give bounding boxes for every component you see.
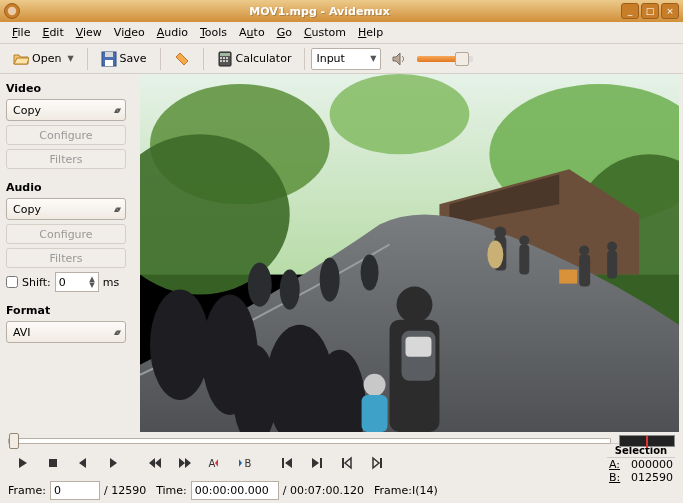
combo-indicator-icon: ▴▾	[114, 204, 119, 214]
frame-type: Frame:I(14)	[374, 484, 438, 497]
info-icon	[174, 51, 190, 67]
menu-file[interactable]: File	[6, 24, 36, 41]
svg-rect-39	[579, 255, 590, 287]
save-button[interactable]: Save	[94, 48, 154, 70]
audio-codec-combo[interactable]: Copy ▴▾	[6, 198, 126, 220]
svg-rect-45	[49, 459, 57, 467]
svg-rect-32	[406, 337, 432, 357]
video-filters-button[interactable]: Filters	[6, 149, 126, 169]
video-configure-button[interactable]: Configure	[6, 125, 126, 145]
floppy-icon	[101, 51, 117, 67]
marker-a-button[interactable]: A	[200, 452, 230, 474]
selection-panel: Selection A:000000 B:012590	[607, 443, 675, 484]
timeline-row	[0, 432, 683, 450]
menu-view[interactable]: View	[70, 24, 108, 41]
frame-total: / 12590	[104, 484, 146, 497]
chevron-down-icon: ▼	[67, 54, 73, 63]
goto-end-button[interactable]	[302, 452, 332, 474]
svg-point-43	[487, 240, 503, 268]
timeline-slider[interactable]	[8, 438, 611, 444]
next-frame-button[interactable]	[98, 452, 128, 474]
video-preview	[140, 74, 679, 432]
menu-tools[interactable]: Tools	[194, 24, 233, 41]
svg-point-29	[397, 287, 433, 323]
prev-frame-button[interactable]	[68, 452, 98, 474]
svg-rect-6	[220, 57, 222, 59]
rewind-button[interactable]	[140, 452, 170, 474]
chevron-down-icon: ▼	[370, 54, 376, 63]
selection-marker-bar	[619, 435, 675, 447]
folder-open-icon	[13, 51, 29, 67]
audio-codec-value: Copy	[13, 203, 41, 216]
maximize-button[interactable]: □	[641, 3, 659, 19]
stop-button[interactable]	[38, 452, 68, 474]
minimize-button[interactable]: _	[621, 3, 639, 19]
svg-rect-48	[342, 458, 344, 468]
menu-help[interactable]: Help	[352, 24, 389, 41]
combo-indicator-icon: ▴▾	[114, 327, 119, 337]
svg-point-26	[280, 270, 300, 310]
audio-filters-button[interactable]: Filters	[6, 248, 126, 268]
frame-field[interactable]: 0	[50, 481, 100, 500]
svg-rect-49	[380, 458, 382, 468]
time-total: / 00:07:00.120	[283, 484, 364, 497]
time-label: Time:	[156, 484, 187, 497]
svg-rect-44	[559, 270, 577, 284]
menu-video[interactable]: Video	[108, 24, 151, 41]
close-button[interactable]: ×	[661, 3, 679, 19]
open-button[interactable]: Open ▼	[6, 48, 81, 70]
svg-rect-7	[223, 57, 225, 59]
speaker-icon[interactable]	[391, 51, 407, 67]
frame-label: Frame:	[8, 484, 46, 497]
left-panel: Video Copy ▴▾ Configure Filters Audio Co…	[0, 74, 140, 432]
svg-rect-41	[607, 250, 617, 278]
time-field[interactable]: 00:00:00.000	[191, 481, 279, 500]
svg-point-27	[320, 258, 340, 302]
menu-custom[interactable]: Custom	[298, 24, 352, 41]
svg-rect-34	[362, 395, 388, 432]
format-combo[interactable]: AVI ▴▾	[6, 321, 126, 343]
svg-point-28	[361, 255, 379, 291]
menu-auto[interactable]: Auto	[233, 24, 271, 41]
format-header: Format	[6, 304, 134, 317]
marker-b-button[interactable]: B	[230, 452, 260, 474]
timeline-thumb[interactable]	[9, 433, 19, 449]
selection-b-label: B:	[609, 471, 620, 484]
toolbar: Open ▼ Save Calculator Input ▼	[0, 44, 683, 74]
svg-point-42	[607, 241, 617, 251]
open-label: Open	[32, 52, 61, 65]
svg-point-38	[519, 235, 529, 245]
svg-rect-37	[519, 244, 529, 274]
shift-spin[interactable]: 0 ▴▾	[55, 272, 99, 292]
selection-a-label: A:	[609, 458, 620, 471]
menu-audio[interactable]: Audio	[151, 24, 194, 41]
calculator-icon	[217, 51, 233, 67]
shift-value: 0	[59, 276, 66, 289]
volume-slider[interactable]	[417, 56, 473, 62]
input-label: Input	[316, 52, 344, 65]
app-menu-icon[interactable]	[4, 3, 20, 19]
info-button[interactable]	[167, 48, 197, 70]
titlebar: MOV1.mpg - Avidemux _ □ ×	[0, 0, 683, 22]
goto-start-button[interactable]	[272, 452, 302, 474]
svg-rect-9	[220, 60, 222, 62]
prev-keyframe-button[interactable]	[332, 452, 362, 474]
nav-row: A B Selection A:000000 B:012590	[0, 450, 683, 478]
audio-configure-button[interactable]: Configure	[6, 224, 126, 244]
calculator-button[interactable]: Calculator	[210, 48, 299, 70]
menu-edit[interactable]: Edit	[36, 24, 69, 41]
shift-checkbox[interactable]	[6, 276, 18, 288]
next-keyframe-button[interactable]	[362, 452, 392, 474]
shift-unit: ms	[103, 276, 119, 289]
video-codec-combo[interactable]: Copy ▴▾	[6, 99, 126, 121]
svg-point-25	[248, 263, 272, 307]
play-button[interactable]	[8, 452, 38, 474]
svg-rect-10	[223, 60, 225, 62]
forward-button[interactable]	[170, 452, 200, 474]
menu-go[interactable]: Go	[271, 24, 298, 41]
svg-rect-8	[226, 57, 228, 59]
svg-rect-11	[226, 60, 228, 62]
svg-point-20	[150, 290, 210, 400]
selection-b-value: 012590	[631, 471, 673, 484]
input-selector[interactable]: Input ▼	[311, 48, 381, 70]
